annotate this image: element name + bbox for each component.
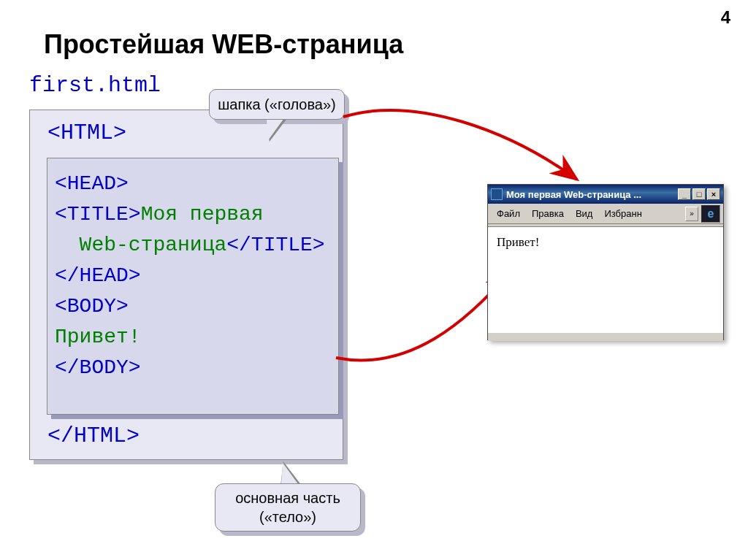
browser-window: Моя первая Web-страница ... _ □ × Файл П…	[487, 184, 724, 340]
callout-bottom-line2: («тело»)	[259, 507, 316, 526]
code-title-text2: Web-страница	[80, 234, 227, 256]
code-head-close: </HEAD>	[55, 264, 141, 287]
code-body-open: <BODY>	[55, 295, 129, 318]
code-inner-box: <HEAD> <TITLE>Моя первая Web-страница</T…	[47, 158, 339, 415]
menu-overflow-icon[interactable]: »	[685, 207, 698, 221]
browser-menubar: Файл Правка Вид Избранн » e	[488, 204, 723, 224]
arrow-to-titlebar	[343, 110, 577, 180]
code-html-close: </HTML>	[47, 423, 140, 448]
browser-statusbar	[488, 332, 723, 341]
browser-favicon-icon	[491, 188, 503, 200]
browser-content: Привет!	[488, 227, 723, 332]
code-html-open: <HTML>	[47, 120, 126, 145]
menu-file[interactable]: Файл	[491, 207, 526, 220]
maximize-button[interactable]: □	[692, 188, 706, 200]
slide-title: Простейшая WEB-страница	[44, 29, 403, 60]
browser-title-text: Моя первая Web-страница ...	[506, 189, 676, 200]
callout-head-label: шапка («голова»)	[209, 89, 345, 120]
callout-body-label: основная часть («тело»)	[215, 483, 361, 532]
code-title-text1: Моя первая	[141, 203, 264, 226]
menu-view[interactable]: Вид	[570, 207, 599, 220]
code-head-open: <HEAD>	[55, 172, 129, 195]
menu-favorites[interactable]: Избранн	[598, 207, 647, 220]
menu-edit[interactable]: Правка	[526, 207, 570, 220]
callout-bottom-line1: основная часть	[235, 488, 340, 507]
code-title-open: <TITLE>	[55, 203, 141, 226]
browser-titlebar: Моя первая Web-страница ... _ □ ×	[488, 185, 723, 204]
code-body-text: Привет!	[55, 326, 141, 348]
close-button[interactable]: ×	[707, 188, 720, 200]
minimize-button[interactable]: _	[678, 188, 691, 200]
code-body-close: </BODY>	[55, 356, 141, 379]
code-title-close: </TITLE>	[226, 234, 324, 256]
ie-logo-icon: e	[701, 205, 720, 223]
filename-label: first.html	[29, 73, 161, 98]
page-number: 4	[721, 7, 730, 28]
arrow-to-content	[336, 270, 511, 360]
